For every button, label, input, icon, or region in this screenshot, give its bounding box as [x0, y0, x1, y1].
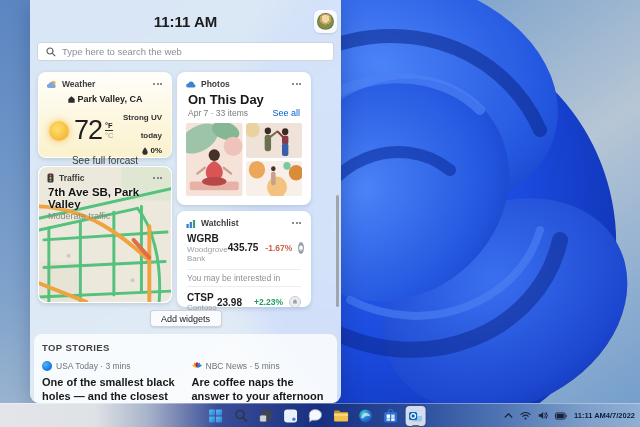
start-button[interactable] [206, 406, 226, 426]
traffic-more-button[interactable] [151, 175, 164, 181]
stock-change: +2.23% [249, 297, 283, 307]
weather-temperature: 72 [74, 117, 102, 144]
photos-widget[interactable]: Photos On This Day Apr 7 · 33 items See … [177, 72, 311, 205]
widgets-panel: 11:11 AM Weather [30, 0, 341, 403]
story-headline: One of the smallest black holes — and th… [42, 375, 180, 403]
stock-symbol: CTSP [187, 292, 217, 304]
outlook-icon-active[interactable] [406, 406, 426, 426]
avatar [317, 13, 334, 30]
volume-icon[interactable] [537, 411, 549, 420]
task-view-icon[interactable] [256, 406, 276, 426]
tray-date: 4/7/2022 [606, 411, 635, 421]
see-full-forecast-link[interactable]: See full forcast [39, 155, 171, 166]
tray-clock[interactable]: 11:11 AM 4/7/2022 [573, 411, 636, 421]
search-input[interactable] [62, 46, 325, 57]
system-tray: 11:11 AM 4/7/2022 [503, 404, 636, 427]
stock-price: 23.98 [217, 297, 242, 308]
weather-more-button[interactable] [151, 81, 164, 87]
file-explorer-icon[interactable] [331, 406, 351, 426]
profile-button[interactable] [314, 10, 337, 33]
stock-symbol: WGRB [187, 233, 228, 245]
wifi-icon[interactable] [519, 411, 532, 420]
watchlist-more-button[interactable] [290, 220, 303, 226]
panel-clock: 11:11 AM [30, 13, 341, 30]
photo-thumbnail-meditation[interactable] [186, 123, 243, 196]
edge-browser-icon[interactable] [356, 406, 376, 426]
traffic-widget[interactable]: Traffic 7th Ave SB, Park Valley Moderate… [38, 166, 172, 303]
stock-name: Woodgrove Bank [187, 245, 228, 263]
sun-icon [49, 121, 69, 141]
widgets-column-right: Photos On This Day Apr 7 · 33 items See … [177, 72, 311, 307]
story-headline: Are coffee naps the answer to your after… [192, 375, 330, 403]
widgets-icon[interactable] [281, 406, 301, 426]
traffic-status: Moderate traffic [48, 211, 162, 221]
photos-subtitle: Apr 7 · 33 items [188, 108, 248, 118]
photos-title: Photos [201, 79, 230, 89]
watchlist-title: Watchlist [201, 218, 238, 228]
taskbar-app-icons [206, 404, 426, 427]
photos-see-all-link[interactable]: See all [272, 108, 300, 118]
store-icon[interactable] [381, 406, 401, 426]
stock-row-wgrb[interactable]: WGRB Woodgrove Bank 435.75 -1.67% [178, 233, 310, 263]
desktop: 11:11 AM Weather [0, 0, 640, 427]
photos-more-button[interactable] [290, 81, 303, 87]
watchlist-chart-icon [186, 219, 196, 228]
tray-time: 11:11 AM [574, 411, 606, 421]
watchlist-widget[interactable]: Watchlist WGRB Woodgrove Bank 435.75 -1.… [177, 211, 311, 307]
weather-widget[interactable]: Weather Park Valley, CA 72 °F °C [38, 72, 172, 158]
unit-celsius[interactable]: °C [105, 131, 113, 140]
chat-icon[interactable] [306, 406, 326, 426]
unit-fahrenheit[interactable]: °F [105, 121, 113, 131]
top-stories-heading: TOP STORIES [42, 342, 329, 353]
news-story[interactable]: NBC News · 5 mins Are coffee naps the an… [192, 361, 330, 403]
usa-today-logo-icon [42, 361, 52, 371]
story-source: USA Today · 3 mins [56, 361, 131, 371]
widgets-column-left: Weather Park Valley, CA 72 °F °C [38, 72, 172, 303]
news-story[interactable]: USA Today · 3 mins One of the smallest b… [42, 361, 180, 403]
panel-scrollbar[interactable] [336, 195, 339, 307]
traffic-title: Traffic [59, 173, 85, 183]
traffic-heading: 7th Ave SB, Park Valley [48, 186, 162, 210]
add-widgets-button[interactable]: Add widgets [150, 310, 222, 327]
weather-precipitation: 0% [150, 146, 162, 155]
stock-price: 435.75 [228, 242, 259, 253]
home-icon [68, 96, 75, 103]
photo-collage [186, 123, 302, 196]
taskbar-search-icon[interactable] [231, 406, 251, 426]
search-bar[interactable] [37, 42, 334, 61]
taskbar: 11:11 AM 4/7/2022 [0, 403, 640, 427]
weather-title: Weather [62, 79, 95, 89]
nbc-news-logo-icon [192, 361, 202, 371]
weather-app-icon [47, 80, 57, 89]
stock-alert-button[interactable] [298, 242, 304, 254]
photos-heading: On This Day [178, 89, 310, 107]
tray-chevron-up-icon[interactable] [503, 412, 514, 419]
stock-change: -1.67% [265, 243, 292, 253]
battery-icon[interactable] [554, 412, 568, 420]
weather-location: Park Valley, CA [78, 94, 143, 104]
weather-condition: Strong UV today [123, 113, 162, 140]
watchlist-interest-label: You may be interested in [187, 269, 301, 287]
search-icon [46, 47, 56, 57]
story-source: NBC News · 5 mins [206, 361, 280, 371]
photos-app-icon [186, 80, 196, 88]
droplet-icon [142, 147, 148, 155]
traffic-light-icon [47, 173, 54, 183]
photo-thumbnail-abstract[interactable] [246, 161, 303, 196]
stock-alert-button[interactable] [289, 296, 301, 308]
photo-thumbnail-exercise[interactable] [246, 123, 303, 158]
top-stories-section: TOP STORIES USA Today · 3 mins One of th… [34, 334, 337, 403]
